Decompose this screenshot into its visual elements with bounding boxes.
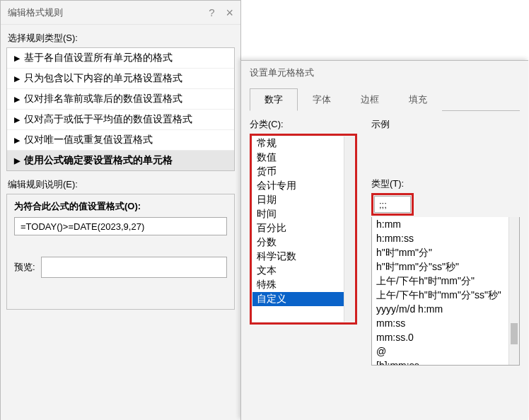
category-item[interactable]: 科学记数 bbox=[252, 250, 354, 264]
format-tabs: 数字字体边框填充 bbox=[250, 88, 520, 111]
arrow-icon: ▶ bbox=[14, 115, 20, 124]
format-cells-dialog: 设置单元格格式 数字字体边框填充 分类(C): 常规数值货币会计专用日期时间百分… bbox=[240, 60, 528, 420]
type-list-item[interactable]: yyyy/m/d h:mm bbox=[372, 302, 519, 316]
rule-type-item[interactable]: ▶只为包含以下内容的单元格设置格式 bbox=[7, 69, 234, 89]
type-list-item[interactable]: mm:ss.0 bbox=[372, 330, 519, 344]
rule-type-label: 使用公式确定要设置格式的单元格 bbox=[24, 154, 173, 167]
category-item[interactable]: 日期 bbox=[252, 193, 354, 207]
category-scrollbar[interactable] bbox=[344, 136, 354, 322]
tab-字体[interactable]: 字体 bbox=[298, 88, 346, 111]
category-item[interactable]: 数值 bbox=[252, 151, 354, 165]
rule-type-item[interactable]: ▶仅对排名靠前或靠后的数值设置格式 bbox=[7, 89, 234, 110]
category-item[interactable]: 会计专用 bbox=[252, 179, 354, 193]
type-list-item[interactable]: h"时"mm"分" bbox=[372, 245, 519, 259]
rule-type-item[interactable]: ▶仅对唯一值或重复值设置格式 bbox=[7, 130, 234, 151]
type-label: 类型(T): bbox=[371, 177, 520, 190]
category-list-highlight: 常规数值货币会计专用日期时间百分比分数科学记数文本特殊自定义 bbox=[250, 134, 357, 325]
edit-rule-titlebar: 编辑格式规则 ? × bbox=[1, 1, 240, 25]
tab-填充[interactable]: 填充 bbox=[394, 88, 442, 111]
type-list-item[interactable]: 上午/下午h"时"mm"分" bbox=[372, 274, 519, 288]
type-list-item[interactable]: h:mm:ss bbox=[372, 231, 519, 245]
rule-type-label: 基于各自值设置所有单元格的格式 bbox=[24, 52, 173, 64]
edit-rule-title: 编辑格式规则 bbox=[8, 6, 63, 19]
edit-rule-dialog: 编辑格式规则 ? × 选择规则类型(S): ▶基于各自值设置所有单元格的格式▶只… bbox=[0, 0, 241, 420]
rule-type-label: 只为包含以下内容的单元格设置格式 bbox=[24, 72, 182, 85]
tab-数字[interactable]: 数字 bbox=[250, 88, 298, 111]
select-rule-type-label: 选择规则类型(S): bbox=[1, 25, 240, 47]
rule-detail-panel: 为符合此公式的值设置格式(O): =TODAY()>=DATE(2023,9,2… bbox=[6, 194, 235, 310]
tab-边框[interactable]: 边框 bbox=[346, 88, 394, 111]
category-item[interactable]: 分数 bbox=[252, 235, 354, 250]
arrow-icon: ▶ bbox=[14, 95, 20, 104]
type-column: 示例 类型(T): ;;; h:mmh:mm:ssh"时"mm"分"h"时"mm… bbox=[357, 118, 520, 366]
category-item[interactable]: 常规 bbox=[252, 136, 354, 151]
type-input-highlight: ;;; bbox=[371, 193, 414, 216]
preview-box bbox=[41, 257, 227, 278]
format-cells-title: 设置单元格格式 bbox=[241, 61, 528, 85]
close-icon[interactable]: × bbox=[226, 6, 233, 19]
category-item[interactable]: 自定义 bbox=[252, 292, 354, 306]
category-list[interactable]: 常规数值货币会计专用日期时间百分比分数科学记数文本特殊自定义 bbox=[252, 136, 354, 322]
help-icon[interactable]: ? bbox=[209, 6, 214, 18]
rule-type-label: 仅对唯一值或重复值设置格式 bbox=[24, 134, 153, 146]
rule-type-label: 仅对排名靠前或靠后的数值设置格式 bbox=[24, 93, 182, 105]
type-scrollbar[interactable] bbox=[508, 217, 519, 365]
type-list-item[interactable]: @ bbox=[372, 344, 519, 358]
type-list-item[interactable]: h"时"mm"分"ss"秒" bbox=[372, 259, 519, 274]
type-input[interactable]: ;;; bbox=[374, 196, 411, 213]
type-list-item[interactable]: 上午/下午h"时"mm"分"ss"秒" bbox=[372, 288, 519, 302]
rule-type-item[interactable]: ▶使用公式确定要设置格式的单元格 bbox=[7, 151, 234, 170]
type-scroll-thumb[interactable] bbox=[511, 323, 518, 344]
type-list-item[interactable]: [h]:mm:ss bbox=[372, 358, 519, 366]
category-item[interactable]: 文本 bbox=[252, 264, 354, 278]
rule-type-item[interactable]: ▶仅对高于或低于平均值的数值设置格式 bbox=[7, 110, 234, 130]
type-list-item[interactable]: mm:ss bbox=[372, 316, 519, 330]
arrow-icon: ▶ bbox=[14, 156, 20, 165]
title-controls: ? × bbox=[209, 6, 233, 19]
preview-label: 预览: bbox=[14, 261, 35, 274]
edit-rule-desc-label: 编辑规则说明(E): bbox=[1, 171, 240, 194]
formula-input[interactable]: =TODAY()>=DATE(2023,9,27) bbox=[14, 217, 227, 235]
category-item[interactable]: 时间 bbox=[252, 207, 354, 221]
preview-row: 预览: bbox=[14, 257, 227, 278]
rule-type-label: 仅对高于或低于平均值的数值设置格式 bbox=[24, 113, 192, 126]
rule-type-item[interactable]: ▶基于各自值设置所有单元格的格式 bbox=[7, 48, 234, 69]
category-label: 分类(C): bbox=[250, 118, 357, 131]
example-label: 示例 bbox=[371, 118, 520, 131]
type-list-item[interactable]: h:mm bbox=[372, 217, 519, 231]
category-item[interactable]: 特殊 bbox=[252, 278, 354, 292]
category-item[interactable]: 百分比 bbox=[252, 221, 354, 235]
category-column: 分类(C): 常规数值货币会计专用日期时间百分比分数科学记数文本特殊自定义 bbox=[250, 118, 357, 366]
category-item[interactable]: 货币 bbox=[252, 165, 354, 179]
arrow-icon: ▶ bbox=[14, 74, 20, 83]
example-box bbox=[371, 134, 520, 153]
rule-type-list[interactable]: ▶基于各自值设置所有单元格的格式▶只为包含以下内容的单元格设置格式▶仅对排名靠前… bbox=[6, 47, 235, 171]
arrow-icon: ▶ bbox=[14, 54, 20, 63]
type-list[interactable]: h:mmh:mm:ssh"时"mm"分"h"时"mm"分"ss"秒"上午/下午h… bbox=[371, 217, 520, 366]
arrow-icon: ▶ bbox=[14, 136, 20, 145]
formula-label: 为符合此公式的值设置格式(O): bbox=[7, 194, 234, 216]
